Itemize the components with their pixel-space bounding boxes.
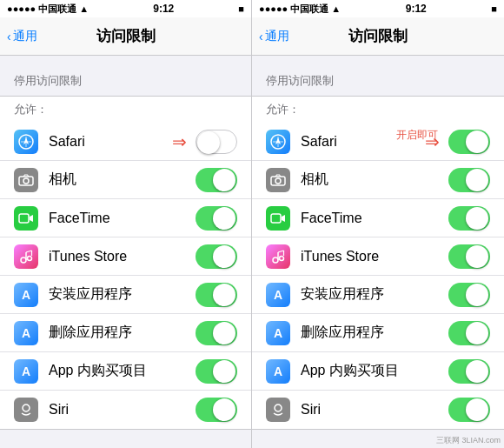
battery-right: ■ xyxy=(491,3,497,14)
back-label-left: 通用 xyxy=(13,29,37,44)
allow-label-left: 允许： xyxy=(0,97,251,123)
facetime-icon-right xyxy=(266,206,290,231)
safari-toggle-right[interactable] xyxy=(448,130,490,154)
purchase-label-right: App 内购买项目 xyxy=(301,362,448,380)
list-item-delete-left: A 删除应用程序 xyxy=(0,314,251,352)
time-right: 9:12 xyxy=(406,3,427,15)
delete-label-left: 删除应用程序 xyxy=(49,324,196,342)
safari-icon-right xyxy=(266,130,290,154)
camera-icon-left xyxy=(14,168,38,192)
itunes-toggle-right[interactable] xyxy=(448,244,490,269)
status-right-right: ■ xyxy=(491,3,497,14)
install-toggle-knob-right xyxy=(466,284,488,306)
camera-toggle-right[interactable] xyxy=(448,168,490,192)
itunes-icon-right xyxy=(266,244,290,269)
purchase-icon-right: A xyxy=(266,359,290,384)
install-icon-left: A xyxy=(14,283,38,307)
wifi-icon-right: ▲ xyxy=(331,3,341,14)
svg-line-25 xyxy=(278,251,284,252)
list-item-camera-right: 相机 xyxy=(252,161,504,199)
purchase-toggle-right[interactable] xyxy=(448,359,490,384)
itunes-label-left: iTunes Store xyxy=(49,249,196,264)
camera-label-left: 相机 xyxy=(49,171,196,189)
list-section-right: 允许： Safari 开启即可 ⇒ 相机 xyxy=(252,96,504,430)
camera-toggle-knob-right xyxy=(466,169,488,191)
purchase-icon-left: A xyxy=(14,359,38,384)
install-icon-right: A xyxy=(266,283,290,307)
list-item-itunes-right: iTunes Store xyxy=(252,237,504,276)
facetime-toggle-left[interactable] xyxy=(196,206,237,231)
back-button-left[interactable]: ‹ 通用 xyxy=(7,29,37,44)
list-item-siri-right: Siri xyxy=(252,391,504,429)
camera-label-right: 相机 xyxy=(301,171,448,189)
carrier-right: ●●●●● 中国联通 xyxy=(259,3,328,16)
nav-bar-right: ‹ 通用 访问限制 xyxy=(252,17,504,56)
left-panel: ●●●●● 中国联通 ▲ 9:12 ■ ‹ 通用 访问限制 停用访问限制 允许：… xyxy=(0,0,252,448)
siri-toggle-knob-right xyxy=(466,398,488,421)
carrier-left: ●●●●● 中国联通 xyxy=(7,3,76,16)
facetime-toggle-knob-left xyxy=(213,207,235,230)
siri-icon-left xyxy=(14,398,38,422)
delete-toggle-left[interactable] xyxy=(196,321,237,345)
safari-toggle-knob-left xyxy=(197,131,220,154)
delete-toggle-knob-right xyxy=(466,322,488,344)
safari-right-left: ⇒ xyxy=(172,130,237,154)
siri-icon-right xyxy=(266,398,290,422)
list-item-delete-right: A 删除应用程序 xyxy=(252,314,504,352)
back-label-right: 通用 xyxy=(265,29,289,44)
list-item-purchase-left: A App 内购买项目 xyxy=(0,352,251,391)
purchase-toggle-left[interactable] xyxy=(196,359,237,384)
svg-point-19 xyxy=(275,178,281,184)
itunes-label-right: iTunes Store xyxy=(301,249,448,264)
svg-marker-21 xyxy=(282,215,285,222)
svg-point-5 xyxy=(23,178,29,184)
list-item-itunes-left: iTunes Store xyxy=(0,237,251,276)
camera-toggle-left[interactable] xyxy=(196,168,237,192)
delete-toggle-knob-left xyxy=(213,322,235,344)
itunes-toggle-left[interactable] xyxy=(196,244,237,269)
time-left: 9:12 xyxy=(153,3,174,15)
delete-icon-left: A xyxy=(14,321,38,345)
itunes-toggle-knob-left xyxy=(213,245,235,268)
page-title-left: 访问限制 xyxy=(96,26,156,46)
nav-bar-left: ‹ 通用 访问限制 xyxy=(0,17,251,56)
annotation-label: 开启即可 xyxy=(396,128,438,143)
list-section-left: 允许： Safari ⇒ 相机 xyxy=(0,96,251,430)
install-label-right: 安装应用程序 xyxy=(301,285,448,304)
back-chevron-right: ‹ xyxy=(259,30,263,43)
install-toggle-right[interactable] xyxy=(448,283,490,307)
facetime-icon-left xyxy=(14,206,38,231)
purchase-toggle-knob-right xyxy=(466,360,488,383)
svg-rect-6 xyxy=(19,214,29,223)
siri-label-left: Siri xyxy=(49,402,196,418)
siri-toggle-left[interactable] xyxy=(196,398,237,422)
safari-icon-left xyxy=(14,130,38,154)
wifi-icon-left: ▲ xyxy=(79,3,89,14)
allow-label-right: 允许： xyxy=(252,97,504,123)
status-left-right: ●●●●● 中国联通 ▲ xyxy=(259,3,341,16)
facetime-label-left: FaceTime xyxy=(49,211,196,226)
svg-point-23 xyxy=(280,256,284,260)
list-item-safari-right: Safari 开启即可 ⇒ xyxy=(252,123,504,161)
facetime-toggle-right[interactable] xyxy=(448,206,490,231)
svg-rect-20 xyxy=(271,214,281,223)
watermark: 三联网 3LIAN.com xyxy=(436,435,501,446)
safari-toggle-left[interactable] xyxy=(196,130,237,154)
safari-toggle-knob-right xyxy=(466,130,488,153)
install-toggle-left[interactable] xyxy=(196,283,237,307)
svg-point-22 xyxy=(273,257,278,263)
status-right-left: ■ xyxy=(238,3,244,14)
right-panel: 三联网 3LIAN.com ●●●●● 中国联通 ▲ 9:12 ■ ‹ 通用 访… xyxy=(252,0,504,448)
svg-line-11 xyxy=(26,251,32,252)
safari-right-right: 开启即可 ⇒ xyxy=(425,130,490,154)
list-item-facetime-left: FaceTime xyxy=(0,199,251,237)
siri-toggle-right[interactable] xyxy=(448,398,490,422)
camera-toggle-knob-left xyxy=(213,169,235,191)
facetime-toggle-knob-right xyxy=(466,207,488,230)
facetime-label-right: FaceTime xyxy=(301,211,448,226)
status-bar-left: ●●●●● 中国联通 ▲ 9:12 ■ xyxy=(0,0,251,17)
delete-toggle-right[interactable] xyxy=(448,321,490,345)
list-item-facetime-right: FaceTime xyxy=(252,199,504,237)
section-header-right: 停用访问限制 xyxy=(252,56,504,96)
back-button-right[interactable]: ‹ 通用 xyxy=(259,29,289,44)
